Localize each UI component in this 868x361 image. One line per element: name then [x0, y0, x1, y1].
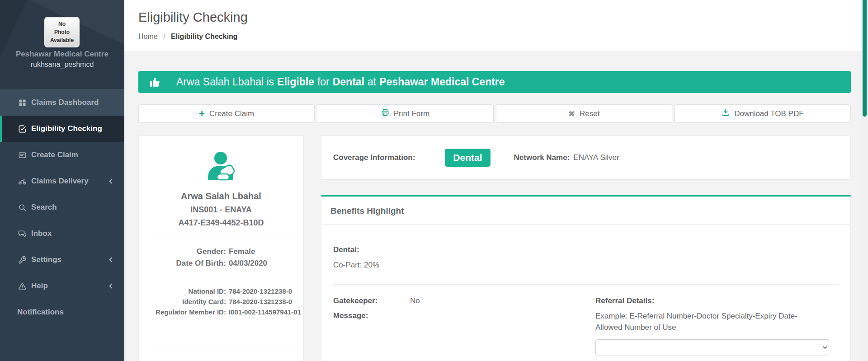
gatekeeper-column: Gatekeeper: No Message:	[333, 296, 595, 356]
reset-label: Reset	[580, 109, 599, 118]
dob-value: 04/03/2020	[229, 259, 306, 268]
divider	[333, 284, 839, 285]
dob-row: Date Of Birth: 04/03/2020	[139, 259, 303, 268]
benefits-highlight-body: Dental: Co-Part: 20% Gatekeeper: No Mess…	[321, 245, 850, 356]
benefit-category-label: Dental:	[333, 245, 839, 254]
divider	[147, 278, 295, 278]
download-icon	[722, 108, 730, 119]
divider	[147, 346, 295, 346]
grid-icon	[17, 98, 27, 107]
print-form-label: Print Form	[394, 109, 429, 118]
sidebar-item-search[interactable]: Search	[0, 194, 124, 220]
gatekeeper-value: No	[410, 296, 420, 305]
sidebar-item-label: Claims Delivery	[31, 177, 89, 186]
sidebar-item-label: Create Claim	[31, 150, 78, 159]
gender-row: Gender: Female	[139, 247, 303, 256]
comments-icon	[17, 230, 27, 238]
banner-text-at: at	[368, 76, 376, 88]
sidebar-item-label: Claims Dashboard	[31, 98, 99, 107]
breadcrumb-home-link[interactable]: Home	[138, 33, 158, 40]
patient-demographics: Gender: Female Date Of Birth: 04/03/2020	[139, 247, 303, 268]
print-form-button[interactable]: Print Form	[317, 104, 493, 123]
sidebar-item-label: Help	[31, 281, 48, 291]
gatekeeper-label: Gatekeeper:	[333, 296, 410, 305]
regulator-member-id-label: Regulator Member ID:	[139, 308, 226, 316]
sidebar-item-help[interactable]: Help	[0, 273, 124, 299]
banner-status: Eligible	[277, 76, 314, 88]
scrollbar-track	[861, 0, 868, 361]
banner-provider: Peshawar Medical Centre	[379, 76, 505, 88]
national-id-label: National ID:	[139, 287, 226, 295]
sidebar-item-label: Settings	[31, 255, 61, 264]
dob-label: Date Of Birth:	[139, 259, 226, 268]
copart-value: Co-Part: 20%	[333, 261, 839, 270]
referral-details-label: Referral Details:	[595, 296, 830, 305]
sidebar-item-label: Inbox	[31, 229, 52, 238]
breadcrumb-separator: /	[163, 33, 165, 40]
patient-card: Arwa Salah Lbahal INS001 - ENAYA A417-E3…	[138, 136, 304, 361]
identity-card-row: Identity Card: 784-2020-1321238-0	[139, 298, 303, 305]
banner-text-mid: for	[317, 76, 330, 88]
check-square-icon	[17, 125, 27, 133]
coverage-information-card: Coverage Information: Dental Network Nam…	[321, 136, 851, 180]
benefits-columns: Gatekeeper: No Message: Referral Details…	[333, 296, 839, 356]
gatekeeper-row: Gatekeeper: No	[333, 296, 595, 305]
chevron-left-icon	[109, 257, 114, 262]
regulator-member-id-value: I001-002-114597941-01	[229, 308, 306, 316]
username: rukhsana_peshmcd	[0, 61, 124, 69]
national-id-value: 784-2020-1321238-0	[229, 287, 306, 295]
page-title: Eligibility Checking	[138, 10, 248, 25]
patient-identifiers: National ID: 784-2020-1321238-0 Identity…	[139, 287, 303, 316]
download-tob-pdf-label: Download TOB PDF	[734, 109, 803, 118]
breadcrumb-current: Eligibility Checking	[171, 33, 238, 40]
patient-insurer: INS001 - ENAYA	[139, 205, 303, 215]
coverage-badge: Dental	[445, 149, 490, 167]
breadcrumb: Home / Eligibility Checking	[138, 33, 238, 41]
sidebar-item-eligibility-checking[interactable]: Eligibility Checking	[0, 116, 124, 142]
benefits-highlight-title: Benefits Highlight	[321, 197, 850, 225]
download-tob-pdf-button[interactable]: Download TOB PDF	[675, 104, 851, 123]
search-icon	[17, 203, 27, 212]
plus-icon: +	[199, 109, 205, 119]
sidebar-item-claims-dashboard[interactable]: Claims Dashboard	[0, 89, 124, 116]
action-toolbar: + Create Claim Print Form ✖ Reset Downlo…	[138, 104, 851, 123]
message-label: Message:	[333, 311, 595, 320]
sidebar-item-claims-delivery[interactable]: Claims Delivery	[0, 168, 124, 194]
national-id-row: National ID: 784-2020-1321238-0	[139, 287, 303, 295]
identity-card-value: 784-2020-1321238-0	[229, 298, 306, 305]
eligibility-status-banner: Arwa Salah Lbahal is Eligible for Dental…	[138, 71, 851, 93]
sidebar-item-notifications[interactable]: Notifications	[0, 299, 124, 325]
thumbs-up-icon	[149, 76, 161, 88]
no-photo-placeholder: No Photo Available	[44, 17, 80, 47]
coverage-information-label: Coverage Information:	[333, 153, 415, 162]
chevron-left-icon	[109, 178, 114, 183]
sidebar-nav: Claims Dashboard Eligibility Checking Cr…	[0, 89, 124, 325]
wrench-icon	[17, 256, 27, 264]
referral-column: Referral Details: Example: E-Referral Nu…	[595, 296, 830, 356]
gender-label: Gender:	[139, 247, 226, 256]
patient-policy-number: A417-E349-4452-B10D	[139, 218, 303, 228]
regulator-member-id-row: Regulator Member ID: I001-002-114597941-…	[139, 308, 303, 316]
reset-button[interactable]: ✖ Reset	[496, 104, 672, 123]
referral-example-text: Example: E-Referral Number-Doctor Specia…	[595, 311, 821, 333]
x-icon: ✖	[568, 110, 575, 118]
banner-text-pre: Arwa Salah Lbahal is	[176, 76, 274, 88]
banner-coverage: Dental	[333, 76, 364, 88]
scrollbar-thumb[interactable]	[863, 0, 867, 117]
network-name-value: ENAYA Silver	[573, 153, 619, 162]
divider	[147, 238, 295, 238]
referral-details-select[interactable]	[595, 339, 829, 356]
sidebar-item-label: Notifications	[17, 308, 64, 317]
page-header: Eligibility Checking Home / Eligibility …	[124, 0, 861, 51]
identity-card-label: Identity Card:	[139, 298, 226, 305]
eligibility-checking-page: No Photo Available Peshawar Medical Cent…	[0, 0, 868, 361]
newspaper-icon	[17, 151, 27, 159]
sidebar-item-settings[interactable]: Settings	[0, 247, 124, 273]
sidebar-item-inbox[interactable]: Inbox	[0, 220, 124, 247]
sidebar: No Photo Available Peshawar Medical Cent…	[0, 0, 124, 361]
sidebar-item-create-claim[interactable]: Create Claim	[0, 142, 124, 168]
sidebar-item-label: Eligibility Checking	[31, 124, 102, 133]
warning-icon	[17, 282, 27, 291]
create-claim-button[interactable]: + Create Claim	[138, 104, 315, 123]
chevron-left-icon	[109, 283, 114, 288]
